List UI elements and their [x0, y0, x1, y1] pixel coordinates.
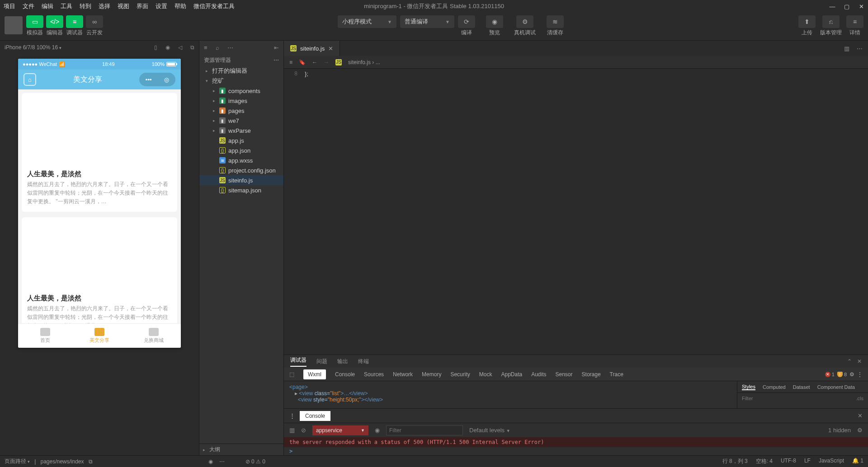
close-tab-icon[interactable]: ✕ [328, 45, 333, 52]
menu-file[interactable]: 文件 [23, 2, 34, 10]
tree-file[interactable]: {}sitemap.json [199, 185, 283, 195]
tab-appdata[interactable]: AppData [501, 371, 522, 378]
tab-storage[interactable]: Storage [582, 371, 601, 378]
tab-mock[interactable]: Mock [479, 371, 492, 378]
tab-sensor[interactable]: Sensor [556, 371, 573, 378]
remote-debug-button[interactable]: ⚙真机调试 [514, 15, 536, 37]
nav-back-icon[interactable]: ← [312, 59, 317, 65]
clear-console-icon[interactable]: ⊘ [301, 427, 306, 434]
menu-wechat[interactable]: 微信开发者工具 [193, 2, 235, 10]
article-card[interactable]: 人生最美，是淡然 嫣然的五月去了，艳烈的六月来了。日子，在一个又一个看似雷同的重… [22, 217, 177, 323]
tab-output[interactable]: 输出 [337, 358, 348, 365]
console-filter-input[interactable] [386, 425, 463, 435]
bookmark-icon[interactable]: 🔖 [299, 59, 306, 65]
filter-input[interactable]: Filter [742, 396, 753, 401]
target-icon[interactable]: ◎ [164, 76, 169, 83]
back-icon[interactable]: ◁ [178, 44, 182, 51]
menu-ui[interactable]: 界面 [137, 2, 148, 10]
tab-problems[interactable]: 问题 [316, 358, 327, 365]
tab-wxml[interactable]: Wxml [303, 369, 326, 379]
tab-styles[interactable]: Styles [742, 384, 755, 390]
upload-button[interactable]: ⬆上传 [798, 15, 816, 37]
editor-button[interactable]: </>编辑器 [46, 15, 63, 37]
version-button[interactable]: ⎌版本管理 [820, 15, 842, 37]
article-card[interactable]: 人生最美，是淡然 嫣然的五月去了，艳烈的六月来了。日子，在一个又一个看似雷同的重… [22, 93, 177, 212]
collapse-panel-icon[interactable]: ⌃ [847, 358, 852, 364]
compile-dropdown[interactable]: 普通编译▼ [400, 15, 454, 28]
menu-project[interactable]: 项目 [4, 2, 15, 10]
warning-badge[interactable]: !8 [837, 372, 847, 377]
menu-select[interactable]: 选择 [99, 2, 110, 10]
inspect-element-icon[interactable]: ⬚ [289, 371, 294, 378]
split-editor-icon[interactable]: ▥ [844, 45, 849, 52]
menu-view[interactable]: 视图 [118, 2, 129, 10]
preview-button[interactable]: ◉预览 [486, 15, 503, 37]
dom-tree[interactable]: <page> ▸ <view class="list">…</view> <vi… [284, 381, 737, 408]
cursor-position[interactable]: 行 8，列 3 [722, 458, 748, 465]
tab-home[interactable]: 首页 [18, 324, 72, 348]
page-path-label[interactable]: 页面路径 ▾ [5, 458, 30, 465]
details-button[interactable]: ≡详情 [846, 15, 863, 37]
tab-network[interactable]: Network [393, 371, 413, 378]
tree-folder[interactable]: ▸▮images [199, 96, 283, 106]
context-selector[interactable]: appservice▼ [312, 425, 368, 435]
list-icon[interactable]: ≡ [289, 59, 292, 65]
tree-file[interactable]: JSsiteinfo.js [199, 175, 283, 185]
close-console-icon[interactable]: ✕ [858, 412, 863, 419]
tree-folder[interactable]: ▸▮we7 [199, 116, 283, 126]
tree-folder[interactable]: ▸▮wxParse [199, 126, 283, 135]
outline-section[interactable]: ▸大纲 [199, 444, 283, 455]
tree-file[interactable]: JSapp.js [199, 135, 283, 145]
level-selector[interactable]: Default levels ▼ [469, 427, 510, 434]
cls-toggle[interactable]: .cls [856, 396, 864, 401]
sidebar-toggle-icon[interactable]: ▥ [289, 427, 295, 434]
menu-goto[interactable]: 转到 [80, 2, 91, 10]
notifications-icon[interactable]: 🔔 1 [852, 458, 863, 465]
tree-file[interactable]: {}project.config.json [199, 165, 283, 175]
rotate-icon[interactable]: ▯ [154, 44, 157, 51]
avatar[interactable] [5, 16, 23, 34]
gear-icon[interactable]: ⚙ [857, 427, 863, 434]
copy-icon[interactable]: ⧉ [89, 458, 93, 465]
menu-dots-icon[interactable]: ••• [146, 76, 152, 83]
breadcrumb[interactable]: siteinfo.js › ... [348, 59, 380, 65]
language-mode[interactable]: JavaScript [819, 458, 844, 465]
menu-help[interactable]: 帮助 [175, 2, 186, 10]
minimize-button[interactable]: — [829, 3, 835, 9]
nav-forward-icon[interactable]: → [324, 59, 329, 65]
menu-settings[interactable]: 设置 [156, 2, 167, 10]
capsule-buttons[interactable]: •••◎ [139, 73, 175, 86]
eol-setting[interactable]: LF [804, 458, 811, 465]
menu-tools[interactable]: 工具 [61, 2, 72, 10]
record-icon[interactable]: ◉ [165, 44, 170, 51]
tree-section[interactable]: ▸打开的编辑器 [199, 66, 283, 76]
multiwindow-icon[interactable]: ⧉ [190, 44, 194, 51]
collapse-icon[interactable]: ⇤ [274, 44, 279, 51]
indent-setting[interactable]: 空格: 4 [756, 458, 773, 465]
more-icon[interactable]: ⋯ [274, 57, 279, 63]
device-selector[interactable]: iPhone 6/7/8 100% 16 ▾ [5, 44, 61, 51]
tab-mall[interactable]: 兑换商城 [127, 324, 181, 348]
error-badge[interactable]: ✕1 [825, 372, 835, 377]
list-icon[interactable]: ≡ [204, 44, 208, 51]
tab-audits[interactable]: Audits [531, 371, 546, 378]
tab-memory[interactable]: Memory [422, 371, 441, 378]
tab-compdata[interactable]: Component Data [817, 384, 855, 390]
file-tab[interactable]: JS siteinfo.js ✕ [284, 41, 340, 56]
kebab-icon[interactable]: ⋮ [289, 412, 295, 419]
eye-icon[interactable]: ◉ [208, 458, 213, 465]
tab-sources[interactable]: Sources [364, 371, 384, 378]
cloud-dev-button[interactable]: ∞云开发 [86, 15, 103, 37]
tab-dataset[interactable]: Dataset [793, 384, 810, 390]
tree-file[interactable]: {}app.json [199, 145, 283, 155]
tab-articles[interactable]: 美文分享 [72, 324, 127, 348]
tree-section[interactable]: ▾挖矿 [199, 76, 283, 86]
close-panel-icon[interactable]: ✕ [857, 358, 862, 364]
code-editor[interactable]: 8 }; [284, 69, 868, 355]
tab-terminal[interactable]: 终端 [358, 358, 369, 365]
settings-icon[interactable]: ⚙ [849, 371, 854, 378]
home-icon[interactable]: ⌂ [24, 73, 36, 86]
clear-cache-button[interactable]: ≋清缓存 [547, 15, 564, 37]
encoding[interactable]: UTF-8 [781, 458, 796, 465]
error-count[interactable]: ⊘ 0 ⚠ 0 [245, 458, 265, 465]
